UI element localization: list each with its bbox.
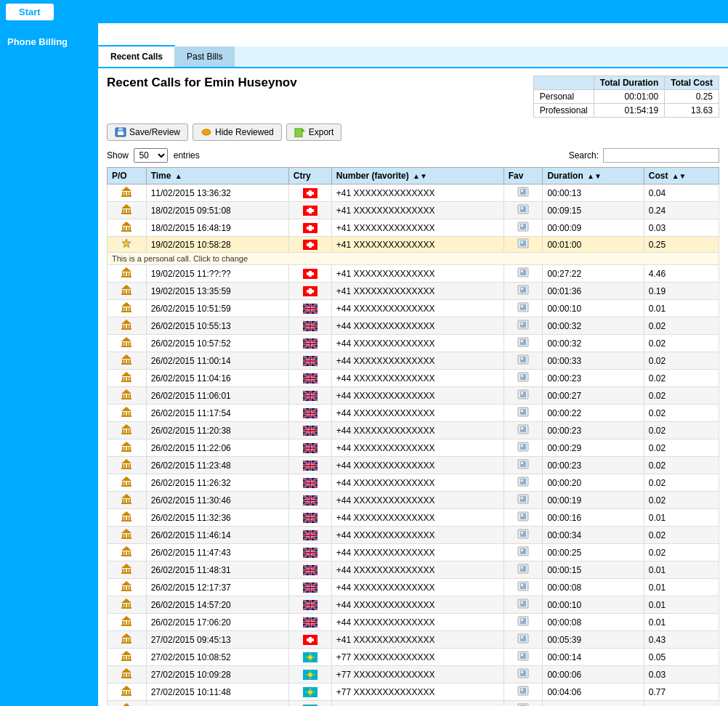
export-button[interactable]: Export: [286, 123, 342, 141]
po-cell[interactable]: [108, 666, 147, 683]
po-cell[interactable]: [108, 683, 147, 701]
po-cell[interactable]: [108, 202, 147, 219]
fav-cell[interactable]: [503, 649, 543, 666]
fav-icon[interactable]: [517, 668, 529, 678]
fav-icon[interactable]: [517, 267, 529, 277]
fav-cell[interactable]: [503, 352, 543, 370]
fav-cell[interactable]: [503, 422, 543, 439]
po-cell[interactable]: [108, 405, 147, 422]
entries-select[interactable]: 50 25 100: [134, 148, 168, 163]
fav-icon[interactable]: [517, 372, 529, 382]
star-icon[interactable]: [121, 238, 132, 248]
fav-cell[interactable]: [503, 631, 543, 649]
po-cell[interactable]: [108, 237, 147, 253]
search-input[interactable]: [603, 148, 719, 163]
fav-icon[interactable]: [517, 616, 529, 626]
po-cell[interactable]: [108, 631, 147, 649]
fav-icon[interactable]: [517, 337, 529, 347]
po-cell[interactable]: [108, 474, 147, 492]
fav-cell[interactable]: [503, 666, 543, 683]
fav-icon[interactable]: [517, 703, 529, 706]
hide-reviewed-button[interactable]: Hide Reviewed: [193, 123, 282, 141]
fav-cell[interactable]: [503, 335, 543, 352]
fav-cell[interactable]: [503, 596, 543, 614]
po-cell[interactable]: [108, 527, 147, 544]
fav-icon[interactable]: [517, 389, 529, 399]
fav-icon[interactable]: [517, 599, 529, 609]
sidebar-item-phone-billing[interactable]: Phone Billing: [0, 31, 98, 53]
fav-cell[interactable]: [503, 614, 543, 631]
fav-icon[interactable]: [517, 238, 529, 248]
po-cell[interactable]: [108, 649, 147, 666]
fav-cell[interactable]: [503, 405, 543, 422]
fav-icon[interactable]: [517, 546, 529, 556]
po-cell[interactable]: [108, 544, 147, 561]
fav-icon[interactable]: [517, 204, 529, 214]
fav-icon[interactable]: [517, 187, 529, 197]
fav-cell[interactable]: [503, 683, 543, 701]
fav-cell[interactable]: [503, 370, 543, 387]
fav-cell[interactable]: [503, 492, 543, 509]
fav-cell[interactable]: [503, 317, 543, 335]
fav-icon[interactable]: [517, 633, 529, 644]
fav-cell[interactable]: [503, 509, 543, 527]
fav-cell[interactable]: [503, 474, 543, 492]
fav-cell[interactable]: [503, 561, 543, 579]
po-cell[interactable]: [108, 387, 147, 405]
fav-icon[interactable]: [517, 222, 529, 232]
fav-cell[interactable]: [503, 439, 543, 457]
po-cell[interactable]: [108, 439, 147, 457]
po-cell[interactable]: [108, 596, 147, 614]
fav-cell[interactable]: [503, 202, 543, 219]
fav-cell[interactable]: [503, 579, 543, 596]
po-cell[interactable]: [108, 317, 147, 335]
fav-cell[interactable]: [503, 237, 543, 253]
fav-cell[interactable]: [503, 457, 543, 474]
fav-icon[interactable]: [517, 529, 529, 539]
fav-icon[interactable]: [517, 564, 529, 574]
tooltip-text[interactable]: This is a personal call. Click to change: [108, 253, 719, 265]
fav-cell[interactable]: [503, 265, 543, 283]
fav-icon[interactable]: [517, 302, 529, 312]
fav-cell[interactable]: [503, 184, 543, 202]
fav-cell[interactable]: [503, 387, 543, 405]
fav-cell[interactable]: [503, 701, 543, 707]
po-cell[interactable]: [108, 701, 147, 707]
fav-icon[interactable]: [517, 407, 529, 417]
fav-icon[interactable]: [517, 651, 529, 661]
po-cell[interactable]: [108, 561, 147, 579]
fav-cell[interactable]: [503, 219, 543, 237]
po-cell[interactable]: [108, 265, 147, 283]
fav-icon[interactable]: [517, 476, 529, 487]
fav-icon[interactable]: [517, 459, 529, 469]
po-cell[interactable]: [108, 283, 147, 300]
tab-recent-calls[interactable]: Recent Calls: [98, 45, 175, 67]
po-cell[interactable]: [108, 352, 147, 370]
save-review-button[interactable]: Save/Review: [107, 123, 188, 141]
tab-past-bills[interactable]: Past Bills: [175, 46, 235, 67]
th-po[interactable]: P/O: [108, 168, 147, 184]
po-cell[interactable]: [108, 509, 147, 527]
po-cell[interactable]: [108, 422, 147, 439]
po-cell[interactable]: [108, 300, 147, 317]
fav-icon[interactable]: [517, 354, 529, 365]
start-button[interactable]: Start: [6, 4, 54, 20]
po-cell[interactable]: [108, 370, 147, 387]
th-time[interactable]: Time ▲: [146, 168, 288, 184]
fav-icon[interactable]: [517, 494, 529, 504]
po-cell[interactable]: [108, 184, 147, 202]
fav-cell[interactable]: [503, 544, 543, 561]
po-cell[interactable]: [108, 614, 147, 631]
th-ctry[interactable]: Ctry: [288, 168, 331, 184]
po-cell[interactable]: [108, 492, 147, 509]
fav-icon[interactable]: [517, 442, 529, 452]
th-number[interactable]: Number (favorite) ▲▼: [331, 168, 503, 184]
po-cell[interactable]: [108, 579, 147, 596]
th-fav[interactable]: Fav: [503, 168, 543, 184]
fav-icon[interactable]: [517, 581, 529, 591]
th-cost[interactable]: Cost ▲▼: [644, 168, 719, 184]
fav-icon[interactable]: [517, 686, 529, 696]
po-cell[interactable]: [108, 457, 147, 474]
fav-icon[interactable]: [517, 424, 529, 434]
fav-cell[interactable]: [503, 283, 543, 300]
